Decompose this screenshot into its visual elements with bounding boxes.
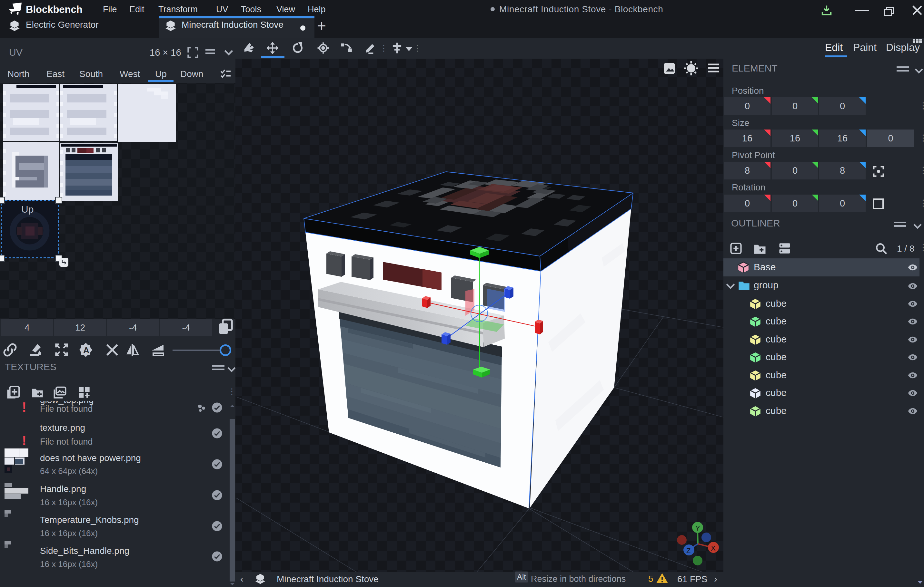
svg-text:A: A bbox=[83, 345, 89, 355]
svg-text:X: X bbox=[711, 544, 716, 552]
svg-text:Z: Z bbox=[686, 547, 690, 555]
svg-text:Up: Up bbox=[21, 204, 33, 215]
svg-text:Y: Y bbox=[695, 524, 700, 532]
